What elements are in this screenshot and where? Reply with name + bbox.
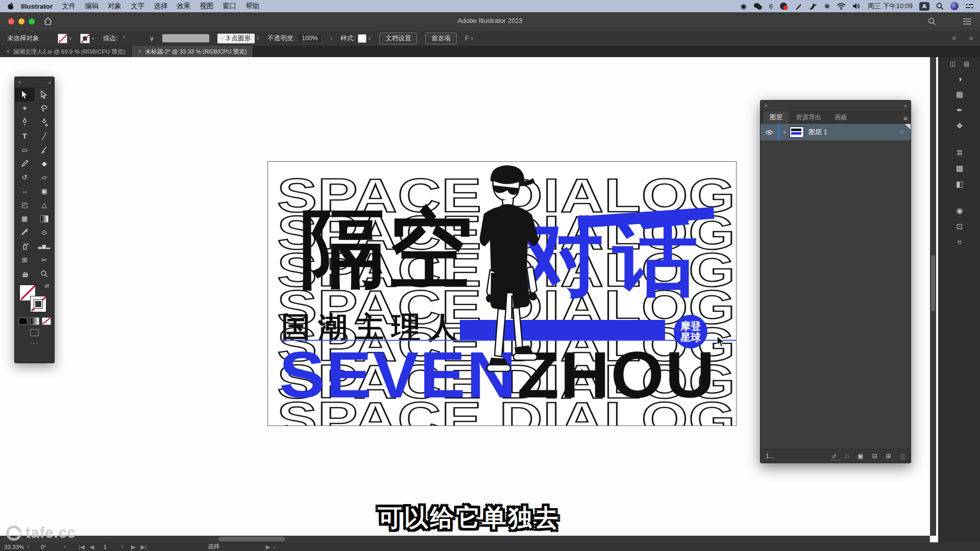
brushes-panel-icon[interactable]: ✒: [957, 106, 963, 115]
menu-select[interactable]: 选择: [149, 2, 172, 11]
artboard-nav-prev-icon[interactable]: ◀: [90, 543, 94, 550]
width-tool[interactable]: ↔: [15, 184, 35, 198]
opacity-value[interactable]: 100%: [298, 34, 322, 43]
menu-type[interactable]: 文字: [126, 2, 149, 11]
horizontal-scrollbar[interactable]: [0, 536, 930, 542]
gradient-mode-button[interactable]: [30, 317, 39, 325]
preferences-button[interactable]: 首选项: [425, 33, 457, 44]
search-icon[interactable]: [928, 17, 936, 26]
bird-icon[interactable]: [809, 3, 818, 10]
zoom-dropdown-icon[interactable]: ∨: [27, 544, 30, 549]
spotlight-icon[interactable]: [936, 3, 944, 10]
layers-list-empty[interactable]: [761, 140, 911, 449]
zoom-tool[interactable]: [35, 267, 55, 281]
layer-name[interactable]: 图层 1: [808, 128, 827, 137]
horizontal-scrollbar-thumb[interactable]: [218, 537, 285, 541]
text-style-icon[interactable]: F: [465, 35, 469, 42]
tab2-close-icon[interactable]: ×: [138, 48, 141, 55]
canvas-area[interactable]: SPACE DIALOGUE SPACE DIALOGUE SPACE DIAL…: [0, 57, 938, 543]
curvature-tool[interactable]: [35, 115, 55, 129]
dock-layout-icon[interactable]: ▤: [964, 60, 969, 67]
stroke-dropdown-icon[interactable]: ∨: [91, 36, 95, 41]
artboard-nav-first-icon[interactable]: |◀: [79, 543, 85, 550]
toolbar-more-icon[interactable]: ···: [15, 339, 54, 346]
document-setup-button[interactable]: 文档设置: [379, 33, 417, 44]
tab-asset-export[interactable]: 资源导出: [790, 111, 827, 124]
transparency-panel-icon[interactable]: ◧: [956, 180, 963, 189]
new-layer-icon[interactable]: ⊞: [886, 453, 891, 460]
style-swatch[interactable]: [358, 34, 366, 43]
menubar-clock[interactable]: 周三 下午10:09: [868, 2, 913, 11]
layer-row[interactable]: › 图层 1 ○: [761, 124, 911, 140]
fill-swatch[interactable]: ∨: [58, 34, 72, 43]
tab-document-1[interactable]: × 国潮主理人2.ai @ 69.9 % (RGB/CPU 预览): [0, 46, 132, 57]
opacity-chevron-icon[interactable]: ›: [330, 35, 332, 42]
lasso-tool[interactable]: [35, 102, 55, 115]
volume-icon[interactable]: [852, 3, 861, 10]
pen-status-icon[interactable]: [795, 3, 802, 10]
tab-layers[interactable]: 图层: [764, 111, 789, 124]
fill-dropdown-icon[interactable]: ∨: [69, 36, 72, 41]
brush-preset-dropdown[interactable]: · 3 点圆形: [217, 34, 255, 43]
paintbrush-tool[interactable]: [35, 143, 55, 157]
direct-selection-tool[interactable]: [35, 88, 55, 102]
swatches-panel-icon[interactable]: ▦: [956, 90, 963, 99]
text-style-dropdown-icon[interactable]: ∨: [470, 36, 474, 41]
panel-dock-menu-icon[interactable]: ≡: [969, 35, 973, 42]
gradient-panel-icon[interactable]: ▩: [956, 164, 963, 173]
blend-tool[interactable]: ⊙: [35, 226, 55, 239]
brush-dropdown-icon[interactable]: ∨: [256, 36, 260, 41]
layer-target-icon[interactable]: ○: [900, 129, 903, 136]
layer-visibility-icon[interactable]: [765, 130, 773, 135]
clipping-mask-icon[interactable]: ▣: [857, 453, 863, 460]
style-dropdown-icon[interactable]: ∨: [368, 36, 372, 41]
artboard-dropdown-icon[interactable]: ∨: [121, 544, 124, 549]
menu-object[interactable]: 对象: [103, 2, 126, 11]
control-center-icon[interactable]: [965, 3, 974, 10]
artboard-nav-last-icon[interactable]: ▶|: [141, 543, 147, 550]
artboard-number[interactable]: 1: [103, 544, 106, 550]
siri-icon[interactable]: [950, 2, 959, 10]
eraser-tool[interactable]: ◆: [35, 157, 55, 170]
status-play-icon[interactable]: ▶: [265, 543, 270, 550]
menu-effect[interactable]: 效果: [172, 2, 195, 11]
color-mode-button[interactable]: [18, 317, 28, 325]
panel-dock-toggle-icon[interactable]: ≡: [952, 35, 955, 42]
record-icon[interactable]: ◉: [740, 2, 746, 10]
stroke-swatch[interactable]: ∨: [80, 34, 95, 43]
menu-view[interactable]: 视图: [195, 2, 218, 11]
toolbar-collapse-icon[interactable]: »: [48, 79, 51, 85]
stroke-weight-stepper[interactable]: ⌃: [121, 35, 127, 42]
wifi-icon[interactable]: [837, 3, 846, 10]
layers-close-icon[interactable]: ×: [764, 103, 767, 109]
screen-mode-button[interactable]: [30, 329, 39, 336]
panel-resize-grip[interactable]: ▪▪▪▪▪: [830, 458, 840, 462]
status-back-icon[interactable]: ‹: [273, 544, 275, 550]
line-tool[interactable]: ╱: [35, 129, 55, 143]
layer-thumbnail[interactable]: [790, 127, 804, 138]
type-tool[interactable]: T: [15, 129, 35, 143]
none-mode-button[interactable]: [42, 317, 51, 325]
magic-wand-tool[interactable]: ✶: [15, 102, 35, 115]
eyedropper-tool[interactable]: [15, 226, 35, 239]
stroke-profile[interactable]: [162, 34, 209, 42]
zoom-level-select[interactable]: 33.33% ∨: [4, 544, 30, 550]
symbol-sprayer-tool[interactable]: [15, 239, 35, 253]
layers-menu-icon[interactable]: ≡: [903, 114, 908, 124]
menu-window[interactable]: 窗口: [218, 2, 241, 11]
free-transform-tool[interactable]: ▣: [35, 184, 55, 198]
gradient-tool[interactable]: [35, 212, 55, 226]
layers-collapse-icon[interactable]: »: [904, 103, 907, 109]
wechat-icon[interactable]: [753, 3, 763, 10]
hand-tool[interactable]: [15, 267, 35, 281]
input-method-icon[interactable]: A: [919, 2, 929, 11]
rotation-dropdown-icon[interactable]: ∨: [63, 544, 66, 549]
selection-tool[interactable]: [15, 88, 35, 102]
perspective-grid-tool[interactable]: △: [35, 198, 55, 212]
rectangle-tool[interactable]: ▭: [15, 143, 35, 157]
artboard-tool[interactable]: ⊞: [15, 253, 35, 267]
dock-expand-icon[interactable]: ◫: [950, 60, 955, 67]
menu-file[interactable]: 文件: [57, 2, 80, 11]
appearance-panel-icon[interactable]: ◉: [956, 206, 963, 215]
artboard-nav-next-icon[interactable]: ▶: [131, 543, 136, 550]
